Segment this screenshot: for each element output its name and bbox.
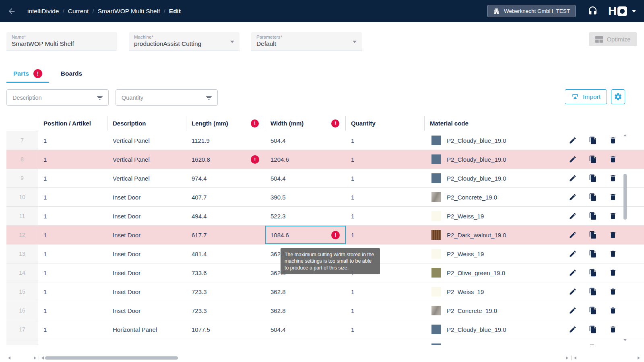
edit-row-button[interactable] [569,231,577,239]
cell-width[interactable]: 504.4 [265,169,346,187]
copy-row-button[interactable] [589,231,597,239]
cell-position[interactable]: 1 [38,339,107,345]
cell-material[interactable]: P2_Weiss_19 [425,207,561,225]
scroll-left-icon[interactable] [574,356,576,360]
header-width[interactable]: Width (mm) ! [265,116,346,131]
cell-length[interactable]: 723.3 [186,282,265,301]
table-settings-button[interactable] [611,89,625,104]
cell-position[interactable]: 1 [38,301,107,320]
cell-position[interactable]: 1 [38,282,107,301]
cell-description[interactable]: Vertical Panel [107,150,186,169]
cell-position[interactable]: 1 [38,169,107,187]
cell-position[interactable]: 1 [38,320,107,339]
edit-row-button[interactable] [569,136,577,144]
cell-quantity[interactable]: 1 [346,150,425,169]
cell-description[interactable]: Inset Door [107,226,186,244]
cell-length[interactable]: 272.9 [186,339,265,345]
edit-row-button[interactable] [569,155,577,163]
cell-length[interactable]: 1077.5 [186,320,265,339]
company-selector-button[interactable]: Weberknecht GmbH_TEST [487,5,576,17]
delete-row-button[interactable] [609,231,617,239]
copy-row-button[interactable] [589,269,597,277]
cell-description[interactable]: Inset Door [107,188,186,206]
cell-material[interactable]: P2_Cloudy_blue_19.0 [425,169,561,187]
header-position[interactable]: Position / Artikel [38,116,107,131]
cell-width[interactable]: 390.5 [265,188,346,206]
vertical-scrollbar[interactable] [622,134,628,342]
scroll-left-icon[interactable] [8,356,10,360]
vertical-scrollbar-thumb[interactable] [623,174,627,220]
edit-row-button[interactable] [569,250,577,258]
delete-row-button[interactable] [609,193,617,201]
cell-length[interactable]: 407.7 [186,188,265,206]
delete-row-button[interactable] [609,344,617,345]
cell-material[interactable]: P2_Olive_green_19.0 [425,263,561,282]
scroll-up-icon[interactable] [623,134,627,136]
cell-description[interactable]: Horizontal Panel [107,320,186,339]
scroll-right-icon[interactable] [566,356,568,360]
cell-description[interactable]: Vertical Panel [107,169,186,187]
delete-row-button[interactable] [609,212,617,220]
delete-row-button[interactable] [609,174,617,182]
edit-row-button[interactable] [569,306,577,315]
delete-row-button[interactable] [609,136,617,144]
machine-select[interactable]: Machine* productionAssist Cutting [129,32,239,51]
tab-boards[interactable]: Boards [54,64,89,83]
delete-row-button[interactable] [609,250,617,258]
header-quantity[interactable]: Quantity [346,116,425,131]
filter-icon[interactable] [205,94,213,101]
scroll-right-icon[interactable] [34,356,36,360]
cell-position[interactable]: 1 [38,188,107,206]
quantity-filter-input[interactable] [122,95,205,101]
cell-width[interactable]: 504.4 [265,339,346,345]
copy-row-button[interactable] [589,250,597,258]
cell-material[interactable]: P2_Weiss_19 [425,282,561,301]
breadcrumb-current[interactable]: Current [68,8,89,15]
copy-row-button[interactable] [589,136,597,144]
scroll-right-icon[interactable] [638,356,640,360]
copy-row-button[interactable] [589,288,597,296]
account-menu[interactable]: H [608,5,636,17]
support-button[interactable] [588,6,598,16]
import-button[interactable]: Import [565,89,607,104]
cell-quantity[interactable]: 1 [346,282,425,301]
filter-icon[interactable] [96,94,103,101]
cell-length[interactable]: 974.4 [186,169,265,187]
edit-row-button[interactable] [569,269,577,277]
edit-row-button[interactable] [569,344,577,345]
cell-length[interactable]: 1620.8 ! [186,150,265,169]
parameters-select[interactable]: Parameters* Default [251,32,362,51]
edit-row-button[interactable] [569,174,577,182]
back-button[interactable] [7,7,16,16]
scroll-down-icon[interactable] [623,339,627,341]
cell-width[interactable]: 522.3 [265,207,346,225]
cell-width[interactable]: 504.4 [265,131,346,150]
cell-quantity[interactable]: 1 [346,131,425,150]
copy-row-button[interactable] [589,325,597,333]
cell-description[interactable]: Horizontal Panel [107,339,186,345]
horizontal-scrollbar-thumb[interactable] [45,356,178,360]
cell-quantity[interactable]: 1 [346,169,425,187]
breadcrumb-intellidivide[interactable]: intelliDivide [27,8,59,15]
cell-material[interactable]: P2_Concrete_19.0 [425,301,561,320]
cell-length[interactable]: 723.3 [186,301,265,320]
cell-length[interactable]: 617.7 [186,226,265,244]
cell-quantity[interactable]: 1 [346,339,425,345]
cell-width[interactable]: 362.8 [265,282,346,301]
name-field[interactable]: Name* SmartWOP Multi Shelf [6,32,117,51]
edit-row-button[interactable] [569,288,577,296]
copy-row-button[interactable] [589,193,597,201]
cell-description[interactable]: Inset Door [107,263,186,282]
header-length[interactable]: Length (mm) ! [186,116,265,131]
cell-quantity[interactable]: 1 [346,188,425,206]
header-material[interactable]: Material code [425,116,561,131]
cell-description[interactable]: Inset Door [107,301,186,320]
edit-row-button[interactable] [569,325,577,333]
cell-position[interactable]: 1 [38,263,107,282]
scroll-left-icon[interactable] [41,356,44,360]
cell-quantity[interactable]: 1 [346,226,425,244]
cell-material[interactable]: P2_Concrete_19.0 [425,188,561,206]
copy-row-button[interactable] [589,212,597,220]
cell-length[interactable]: 1121.9 [186,131,265,150]
optimize-button[interactable]: Optimize [589,32,637,46]
